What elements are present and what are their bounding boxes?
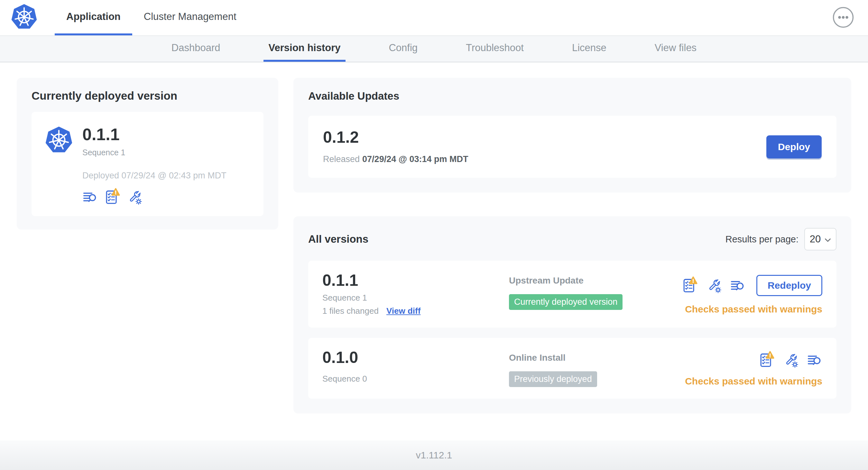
version-action-icons xyxy=(758,352,822,368)
logs-search-icon[interactable] xyxy=(82,189,98,205)
results-per-page-label: Results per page: xyxy=(725,234,799,245)
kubernetes-logo-icon xyxy=(44,126,73,205)
wrench-gear-icon[interactable] xyxy=(783,352,799,368)
tab-license[interactable]: License xyxy=(567,36,612,62)
version-source-block: Online Install Previously deployed xyxy=(509,349,685,387)
tab-dashboard[interactable]: Dashboard xyxy=(166,36,225,62)
currently-deployed-panel: Currently deployed version 0.1.1 Sequenc… xyxy=(17,78,278,230)
header-tab-cluster-management[interactable]: Cluster Management xyxy=(132,0,248,35)
results-per-page: Results per page: 20 xyxy=(725,228,836,250)
currently-deployed-title: Currently deployed version xyxy=(32,89,264,102)
console-version: v1.112.1 xyxy=(416,450,452,461)
version-info: 0.1.0 Sequence 0 xyxy=(322,349,509,384)
all-versions-title: All versions xyxy=(308,233,368,245)
tab-label: View files xyxy=(655,42,696,54)
tab-label: License xyxy=(572,42,607,54)
checklist-warning-icon[interactable] xyxy=(104,189,120,205)
tab-troubleshoot[interactable]: Troubleshoot xyxy=(461,36,529,62)
version-sequence: Sequence 0 xyxy=(322,374,509,384)
update-released-line: Released07/29/24 @ 03:14 pm MDT xyxy=(323,154,468,164)
main-content: Currently deployed version 0.1.1 Sequenc… xyxy=(0,62,868,413)
files-changed-line: 1 files changed View diff xyxy=(322,306,509,316)
redeploy-button[interactable]: Redeploy xyxy=(756,275,822,296)
all-versions-header: All versions Results per page: 20 xyxy=(308,228,836,250)
version-row: 0.1.0 Sequence 0 Online Install Previous… xyxy=(308,338,836,399)
released-date: 07/29/24 @ 03:14 pm MDT xyxy=(362,154,468,164)
app-subnav: Dashboard Version history Config Trouble… xyxy=(0,36,868,62)
status-badge: Previously deployed xyxy=(509,371,597,387)
checks-status-text: Checks passed with warnings xyxy=(685,304,822,315)
ellipsis-icon xyxy=(833,7,854,29)
available-update-info: 0.1.2 Released07/29/24 @ 03:14 pm MDT xyxy=(323,129,468,164)
all-versions-panel: All versions Results per page: 20 0.1.1 … xyxy=(293,216,851,413)
checklist-warning-icon[interactable] xyxy=(682,277,698,294)
wrench-gear-icon[interactable] xyxy=(127,189,142,205)
logs-search-icon[interactable] xyxy=(807,352,822,368)
header-tab-label: Application xyxy=(66,11,121,23)
deployed-sequence: Sequence 1 xyxy=(82,148,226,157)
checklist-warning-icon[interactable] xyxy=(758,352,775,368)
version-actions: Checks passed with warnings xyxy=(685,349,822,387)
results-per-page-select[interactable]: 20 xyxy=(804,228,836,250)
results-per-page-value: 20 xyxy=(810,233,821,245)
tab-version-history[interactable]: Version history xyxy=(264,36,346,62)
app-footer: v1.112.1 xyxy=(0,440,868,470)
deployed-timestamp: Deployed 07/29/24 @ 02:43 pm MDT xyxy=(82,171,226,181)
version-actions: Redeploy Checks passed with warnings xyxy=(682,272,822,315)
deploy-button[interactable]: Deploy xyxy=(766,135,822,159)
app-logo xyxy=(10,0,38,35)
update-version-number: 0.1.2 xyxy=(323,129,468,145)
wrench-gear-icon[interactable] xyxy=(706,278,722,293)
chevron-down-icon xyxy=(825,233,831,245)
tab-label: Version history xyxy=(269,42,341,54)
available-updates-panel: Available Updates 0.1.2 Released07/29/24… xyxy=(293,78,851,193)
version-action-icons: Redeploy xyxy=(682,275,822,296)
released-label: Released xyxy=(323,154,360,164)
currently-deployed-card: 0.1.1 Sequence 1 Deployed 07/29/24 @ 02:… xyxy=(32,112,264,216)
files-changed-text: 1 files changed xyxy=(322,306,379,316)
version-source: Online Install xyxy=(509,352,685,363)
tab-label: Config xyxy=(389,42,417,54)
checks-status-text: Checks passed with warnings xyxy=(685,376,822,387)
version-number: 0.1.0 xyxy=(322,349,509,366)
view-diff-link[interactable]: View diff xyxy=(386,306,421,316)
deployed-version-number: 0.1.1 xyxy=(82,126,226,143)
version-info: 0.1.1 Sequence 1 1 files changed View di… xyxy=(322,272,509,316)
header-tab-application[interactable]: Application xyxy=(55,0,132,35)
available-updates-title: Available Updates xyxy=(308,90,836,102)
version-source: Upstream Update xyxy=(509,275,682,286)
currently-deployed-details: 0.1.1 Sequence 1 Deployed 07/29/24 @ 02:… xyxy=(82,126,226,205)
version-row: 0.1.1 Sequence 1 1 files changed View di… xyxy=(308,261,836,328)
kubernetes-logo-icon xyxy=(10,4,38,32)
more-menu-button[interactable] xyxy=(833,7,854,28)
deployed-action-icons xyxy=(82,189,226,205)
tab-view-files[interactable]: View files xyxy=(650,36,702,62)
status-badge: Currently deployed version xyxy=(509,294,623,310)
header-tab-label: Cluster Management xyxy=(144,11,237,23)
right-column: Available Updates 0.1.2 Released07/29/24… xyxy=(293,78,851,413)
version-sequence: Sequence 1 xyxy=(322,293,509,303)
app-header: Application Cluster Management xyxy=(0,0,868,36)
tab-label: Dashboard xyxy=(172,42,220,54)
version-number: 0.1.1 xyxy=(322,272,509,289)
available-update-card: 0.1.2 Released07/29/24 @ 03:14 pm MDT De… xyxy=(308,116,836,178)
version-source-block: Upstream Update Currently deployed versi… xyxy=(509,272,682,310)
tab-config[interactable]: Config xyxy=(383,36,423,62)
logs-search-icon[interactable] xyxy=(730,278,745,293)
tab-label: Troubleshoot xyxy=(466,42,524,54)
